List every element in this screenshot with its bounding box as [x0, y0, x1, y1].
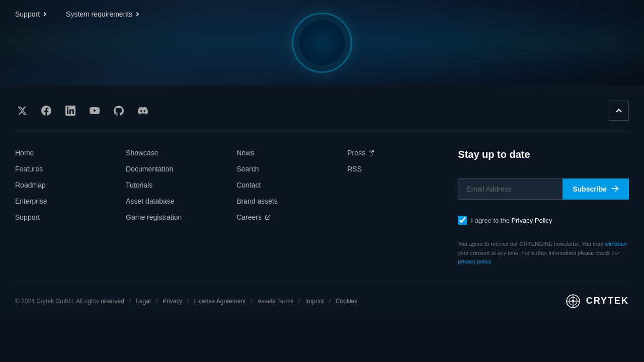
nav-col-3: News Search Contact Brand assets Careers	[236, 149, 337, 266]
privacy-checkbox[interactable]	[458, 216, 467, 225]
crytek-logo-icon	[565, 293, 581, 309]
subscribe-button[interactable]: Subscribe	[562, 178, 629, 200]
footer-link-cookies[interactable]: Cookies	[336, 298, 357, 305]
crytek-logo[interactable]: CRYTEK	[565, 293, 629, 309]
nav-link-features[interactable]: Features	[15, 165, 116, 173]
nav-col-2: Showcase Documentation Tutorials Asset d…	[126, 149, 226, 266]
linkedin-icon[interactable]	[63, 104, 77, 118]
nav-link-enterprise[interactable]: Enterprise	[15, 197, 116, 205]
support-link[interactable]: Support	[15, 10, 46, 18]
nav-link-support[interactable]: Support	[15, 213, 116, 221]
crytek-brand-name: CRYTEK	[586, 296, 629, 306]
email-form: Subscribe	[458, 178, 629, 200]
email-input[interactable]	[458, 178, 562, 200]
privacy-policy-link-2[interactable]: privacy policy	[458, 258, 491, 264]
footer-section: Home Features Roadmap Enterprise Support…	[0, 85, 644, 320]
divider-4: /	[251, 298, 252, 305]
nav-link-showcase[interactable]: Showcase	[126, 149, 226, 157]
youtube-icon[interactable]	[88, 104, 102, 118]
social-row	[15, 85, 629, 131]
nav-link-roadmap[interactable]: Roadmap	[15, 181, 116, 189]
hero-section: Support System requirements	[0, 0, 644, 85]
nav-link-search[interactable]: Search	[236, 165, 337, 173]
nav-link-press[interactable]: Press	[347, 149, 448, 157]
footer-link-privacy[interactable]: Privacy	[163, 298, 182, 305]
nav-link-game-registration[interactable]: Game registration	[126, 213, 226, 221]
divider-3: /	[187, 298, 189, 305]
x-twitter-icon[interactable]	[15, 104, 29, 118]
facebook-icon[interactable]	[39, 104, 53, 118]
nav-link-careers[interactable]: Careers	[236, 213, 337, 221]
svg-point-4	[572, 300, 574, 302]
nav-col-1: Home Features Roadmap Enterprise Support	[15, 149, 116, 266]
divider-1: /	[129, 298, 131, 305]
footer-link-imprint[interactable]: Imprint	[305, 298, 324, 305]
footer-link-license[interactable]: License Agreement	[194, 298, 246, 305]
nav-link-documentation[interactable]: Documentation	[126, 165, 226, 173]
portal-visual	[292, 13, 352, 73]
scroll-top-button[interactable]	[609, 101, 629, 121]
chevron-right-icon	[42, 12, 46, 16]
nav-link-tutorials[interactable]: Tutorials	[126, 181, 226, 189]
nav-col-4: Press RSS	[347, 149, 448, 266]
nav-link-brand-assets[interactable]: Brand assets	[236, 197, 337, 205]
chevron-right-icon-2	[135, 12, 139, 16]
external-link-icon	[265, 214, 271, 220]
subscribe-label: Subscribe	[573, 185, 607, 193]
privacy-agree-text: I agree to the Privacy Policy	[471, 217, 552, 224]
nav-link-rss[interactable]: RSS	[347, 165, 448, 173]
nav-link-home[interactable]: Home	[15, 149, 116, 157]
system-requirements-label: System requirements	[66, 10, 132, 18]
discord-icon[interactable]	[136, 104, 150, 118]
copyright-links: © 2024 Crytek GmbH. All rights reserved …	[15, 298, 357, 305]
nav-link-asset-database[interactable]: Asset database	[126, 197, 226, 205]
footer-link-assets-terms[interactable]: Assets Terms	[258, 298, 294, 305]
newsletter-title: Stay up to date	[458, 149, 629, 160]
newsletter-disclaimer: You agree to receive our CRYENGINE newsl…	[458, 240, 629, 266]
divider-2: /	[156, 298, 157, 305]
social-icons-group	[15, 104, 150, 118]
divider-6: /	[329, 298, 331, 305]
nav-columns: Home Features Roadmap Enterprise Support…	[15, 131, 629, 282]
footer-link-legal[interactable]: Legal	[136, 298, 150, 305]
github-icon[interactable]	[112, 104, 126, 118]
copyright-text: © 2024 Crytek GmbH. All rights reserved	[15, 298, 124, 305]
external-link-press-icon	[368, 150, 374, 156]
subscribe-arrow-icon	[611, 185, 619, 194]
newsletter-column: Stay up to date Subscribe I agree to the	[458, 149, 629, 266]
support-label: Support	[15, 10, 40, 18]
hero-nav: Support System requirements	[15, 10, 138, 18]
system-requirements-link[interactable]: System requirements	[66, 10, 138, 18]
withdraw-link[interactable]: withdraw	[605, 241, 626, 247]
divider-5: /	[299, 298, 300, 305]
bottom-bar: © 2024 Crytek GmbH. All rights reserved …	[15, 282, 629, 320]
privacy-policy-link[interactable]: Privacy Policy	[512, 217, 552, 224]
chevron-up-icon	[616, 109, 621, 114]
nav-link-news[interactable]: News	[236, 149, 337, 157]
nav-link-contact[interactable]: Contact	[236, 181, 337, 189]
privacy-row: I agree to the Privacy Policy	[458, 216, 629, 225]
